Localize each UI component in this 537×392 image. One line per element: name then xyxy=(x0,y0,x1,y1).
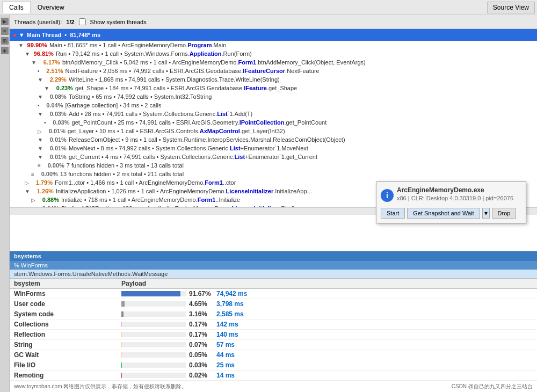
call-text: MoveNext • 8 ms • 74,992 calls • System.… xyxy=(69,145,308,151)
call-text: get_Current • 4 ms • 74,991 calls • Syst… xyxy=(69,154,317,160)
main-content: Threads (user/all): 1/2 Show system thre… xyxy=(10,15,537,392)
call-row[interactable]: • 0.03% get_PointCount • 25 ms • 74,991 … xyxy=(10,118,537,127)
subsystem-name: Collections xyxy=(14,321,121,328)
subsystem-row: Reflection0.17%140 ms xyxy=(10,330,537,340)
call-text: btnAddMemory_Click • 5,042 ms • 1 call •… xyxy=(62,59,366,66)
bar-fill xyxy=(121,342,122,347)
call-percentage: 0.88% xyxy=(37,197,59,203)
call-row[interactable]: ▼ 0.23% get_Shape • 184 ms • 74,991 call… xyxy=(10,84,537,92)
tree-expand-icon[interactable]: ▼ xyxy=(38,111,43,117)
main-thread-row: ● ▼ Main Thread • 81,748* ms xyxy=(10,29,537,41)
call-row[interactable]: ▼ 0.01% get_Current • 4 ms • 74,991 call… xyxy=(10,153,537,161)
tree-expand-icon[interactable]: ≡ xyxy=(38,163,41,169)
start-button[interactable]: Start xyxy=(381,208,405,219)
call-row[interactable]: ▼ 96.81% Run • 79,142 ms • 1 call • Syst… xyxy=(10,49,537,58)
bar-fill xyxy=(121,301,125,307)
call-percentage: 0.01% xyxy=(44,145,67,151)
call-text: Main • 81,665* ms • 1 call • ArcEngineMe… xyxy=(49,42,226,48)
subsystem-name: Reflection xyxy=(14,331,121,338)
tree-expand-icon[interactable]: ▷ xyxy=(25,180,29,186)
call-row[interactable]: ▼ 0.01% ReleaseComObject • 9 ms • 1 call… xyxy=(10,135,537,144)
call-percentage: 0.03% xyxy=(47,119,70,126)
subsystem-bar-container: 91.67%74,942 ms xyxy=(121,290,533,297)
subsystem-percentage: 0.07% xyxy=(189,341,213,349)
call-row[interactable]: ▼ 6.17% btnAddMemory_Click • 5,042 ms • … xyxy=(10,58,537,67)
call-row[interactable]: ▼ 0.01% MoveNext • 8 ms • 74,992 calls •… xyxy=(10,144,537,153)
subsystem-percentage: 0.02% xyxy=(189,372,213,379)
tree-expand-icon[interactable]: ▼ xyxy=(38,77,43,83)
call-text: WriteLine • 1,868 ms • 74,991 calls • Sy… xyxy=(69,76,280,83)
call-text: ReleaseComObject • 9 ms • 1 call • Syste… xyxy=(69,136,345,143)
call-percentage: 0.00% xyxy=(42,162,64,169)
tree-expand-icon[interactable]: ▼ xyxy=(38,146,43,151)
call-row[interactable]: ▷ 0.01% get_Layer • 10 ms • 1 call • ESR… xyxy=(10,127,537,135)
sidebar-icon-3[interactable]: ⊞ xyxy=(1,37,9,45)
call-row[interactable]: • 2.51% NextFeature • 2,056 ms • 74,992 … xyxy=(10,67,537,75)
sidebar: ▶ ≡ ⊞ ◈ xyxy=(0,15,10,392)
drop-button[interactable]: Drop xyxy=(492,208,517,219)
subsystem-bar-container: 0.17%140 ms xyxy=(121,331,533,338)
call-row[interactable]: ▼ 0.03% Add • 28 ms • 74,991 calls • Sys… xyxy=(10,110,537,118)
tree-expand-icon[interactable]: ▼ xyxy=(25,188,30,194)
tree-expand-icon[interactable]: ▼ xyxy=(38,94,43,100)
call-row[interactable]: • 0.04% [Garbage collection] • 34 ms • 2… xyxy=(10,101,537,110)
sidebar-icon-1[interactable]: ▶ xyxy=(1,18,9,25)
tree-expand-icon[interactable]: ▼ xyxy=(38,137,43,143)
popup-title-group: ArcEngineMemoryDemo.exe x86 | CLR: Deskt… xyxy=(397,186,513,205)
col-header-subsystem: bsystem xyxy=(14,280,121,287)
subsystem-percentage: 91.67% xyxy=(189,290,213,297)
source-view-button[interactable]: Source View xyxy=(487,2,535,13)
tree-expand-icon[interactable]: ▼ xyxy=(18,42,24,48)
tree-expand-icon[interactable]: ≡ xyxy=(31,171,34,177)
call-row[interactable]: ≡ 0.00% 13 functions hidden • 2 ms total… xyxy=(10,170,537,178)
tree-expand-icon[interactable]: • xyxy=(38,68,40,74)
tree-expand-icon[interactable]: ▼ xyxy=(44,85,49,91)
tree-expand-icon[interactable]: ▼ xyxy=(38,154,43,160)
sidebar-icon-4[interactable]: ◈ xyxy=(1,47,9,54)
call-percentage: 0.04% xyxy=(41,102,63,108)
call-percentage: 1.26% xyxy=(31,188,54,194)
tree-expand-icon[interactable]: • xyxy=(38,103,40,108)
subsystem-ms: 3,798 ms xyxy=(216,300,244,308)
subsystem-name: User code xyxy=(14,300,121,308)
call-row[interactable]: ≡ 0.00% 7 functions hidden • 3 ms total … xyxy=(10,161,537,170)
call-row[interactable]: ▼ 0.08% ToString • 65 ms • 74,992 calls … xyxy=(10,92,537,101)
subsystem-name: WinForms xyxy=(14,290,121,297)
call-row[interactable]: ▼ 2.29% WriteLine • 1,868 ms • 74,991 ca… xyxy=(10,75,537,84)
popup-subtitle: x86 | CLR: Desktop 4.0.30319.0 | pid=260… xyxy=(397,195,513,201)
calls-panel: Threads (user/all): 1/2 Show system thre… xyxy=(10,15,537,251)
call-percentage: 0.01% xyxy=(44,136,67,143)
get-snapshot-button[interactable]: Get Snapshot and Wait xyxy=(407,208,480,219)
tab-overview[interactable]: Overview xyxy=(31,1,71,14)
call-row[interactable]: ▼ 99.90% Main • 81,665* ms • 1 call • Ar… xyxy=(10,41,537,49)
tab-calls[interactable]: Calls xyxy=(2,1,31,13)
subsystem-bar-container: 0.17%142 ms xyxy=(121,321,533,328)
bar-background xyxy=(121,301,186,307)
call-text: get_Layer • 10 ms • 1 call • ESRI.ArcGIS… xyxy=(68,128,285,134)
tree-expand-icon[interactable]: ▷ xyxy=(31,197,35,203)
show-system-threads-checkbox[interactable] xyxy=(79,18,86,25)
footer-left: www.toymoban.com 网络图片仅供展示，非存储，如有侵权请联系删除。 xyxy=(14,383,187,390)
tree-expand-icon[interactable]: ▼ xyxy=(31,60,37,66)
thread-separator: • xyxy=(64,32,67,38)
call-percentage: 0.08% xyxy=(44,93,67,100)
tree-expand-icon[interactable]: ▼ xyxy=(25,51,30,57)
subsystem-row: String0.07%57 ms xyxy=(10,340,537,350)
footer-right: CSDN @自己的九又四分之三站台 xyxy=(452,383,533,390)
dropdown-arrow[interactable]: ▾ xyxy=(482,208,490,219)
process-popup: i ArcEngineMemoryDemo.exe x86 | CLR: Des… xyxy=(376,182,526,223)
thread-ms: 81,748* ms xyxy=(70,32,100,38)
sidebar-icon-2[interactable]: ≡ xyxy=(1,27,9,35)
call-text: Initialize • 718 ms • 1 call • ArcEngine… xyxy=(61,197,240,203)
subsystem-row: System code3.16%2,585 ms xyxy=(10,309,537,320)
call-percentage: 0.03% xyxy=(44,111,67,117)
tree-expand-icon[interactable]: ▷ xyxy=(38,128,42,134)
thread-bullet: ● xyxy=(13,32,17,38)
subsystems-rows: WinForms91.67%74,942 msUser code4.65%3,7… xyxy=(10,289,537,381)
call-text: 7 functions hidden • 3 ms total • 13 cal… xyxy=(67,162,184,169)
call-text: 13 functions hidden • 2 ms total • 211 c… xyxy=(60,171,184,177)
subsystem-ms: 14 ms xyxy=(216,372,235,379)
subsystem-row: Remoting0.02%14 ms xyxy=(10,371,537,381)
tree-expand-icon[interactable]: ▷ xyxy=(31,206,35,208)
tree-expand-icon[interactable]: • xyxy=(44,120,46,126)
